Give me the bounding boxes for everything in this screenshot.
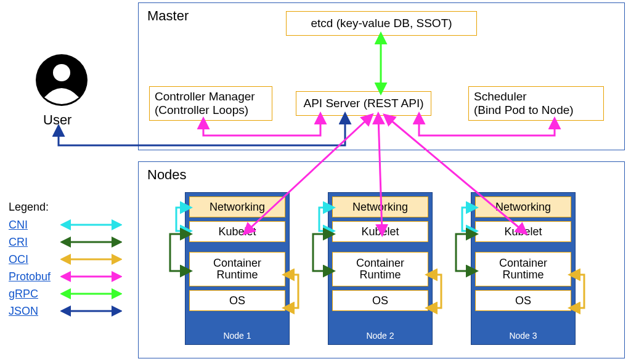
svg-point-0 bbox=[36, 54, 88, 106]
node-layer-os: OS bbox=[332, 290, 428, 311]
legend-link[interactable]: Protobuf bbox=[9, 270, 60, 283]
legend: Legend: CNI CRI OCI Protobuf gRPC JSON bbox=[9, 201, 122, 320]
node-layer-os: OS bbox=[475, 290, 571, 311]
legend-arrow-icon bbox=[60, 305, 122, 317]
node-layer-networking: Networking bbox=[475, 196, 571, 217]
legend-row-protobuf: Protobuf bbox=[9, 268, 122, 285]
legend-row-oci: OCI bbox=[9, 251, 122, 268]
legend-title: Legend: bbox=[9, 201, 122, 214]
legend-row-cri: CRI bbox=[9, 233, 122, 251]
legend-link[interactable]: gRPC bbox=[9, 288, 60, 301]
node-2: Networking Kubelet ContainerRuntime OS N… bbox=[328, 192, 433, 345]
master-title: Master bbox=[147, 8, 189, 24]
nodes-title: Nodes bbox=[147, 167, 187, 183]
legend-link[interactable]: JSON bbox=[9, 305, 60, 318]
node-3: Networking Kubelet ContainerRuntime OS N… bbox=[471, 192, 576, 345]
api-server-box: API Server (REST API) bbox=[296, 91, 431, 116]
legend-row-cni: CNI bbox=[9, 216, 122, 233]
legend-arrow-icon bbox=[60, 271, 122, 282]
legend-arrow-icon bbox=[60, 237, 122, 248]
node-caption: Node 2 bbox=[328, 331, 432, 341]
node-layer-runtime: ContainerRuntime bbox=[475, 252, 571, 286]
node-layer-os: OS bbox=[189, 290, 285, 311]
svg-point-1 bbox=[53, 64, 70, 81]
node-layer-kubelet: Kubelet bbox=[332, 221, 428, 242]
legend-arrow-icon bbox=[60, 254, 122, 265]
node-layer-runtime: ContainerRuntime bbox=[189, 252, 285, 286]
user-icon bbox=[31, 49, 92, 111]
scheduler-box: Scheduler(Bind Pod to Node) bbox=[468, 86, 604, 121]
legend-link[interactable]: CRI bbox=[9, 236, 60, 249]
node-1: Networking Kubelet ContainerRuntime OS N… bbox=[185, 192, 290, 345]
node-layer-networking: Networking bbox=[189, 196, 285, 217]
node-layer-networking: Networking bbox=[332, 196, 428, 217]
node-caption: Node 1 bbox=[185, 331, 289, 341]
node-layer-runtime: ContainerRuntime bbox=[332, 252, 428, 286]
etcd-box: etcd (key-value DB, SSOT) bbox=[286, 11, 477, 36]
user-label: User bbox=[43, 112, 71, 128]
legend-arrow-icon bbox=[60, 219, 122, 230]
node-layer-kubelet: Kubelet bbox=[189, 221, 285, 242]
legend-link[interactable]: CNI bbox=[9, 219, 60, 232]
legend-link[interactable]: OCI bbox=[9, 253, 60, 266]
node-caption: Node 3 bbox=[471, 331, 575, 341]
legend-row-json: JSON bbox=[9, 302, 122, 320]
node-layer-kubelet: Kubelet bbox=[475, 221, 571, 242]
controller-manager-box: Controller Manager(Controller Loops) bbox=[149, 86, 272, 121]
legend-row-grpc: gRPC bbox=[9, 285, 122, 302]
legend-arrow-icon bbox=[60, 288, 122, 299]
